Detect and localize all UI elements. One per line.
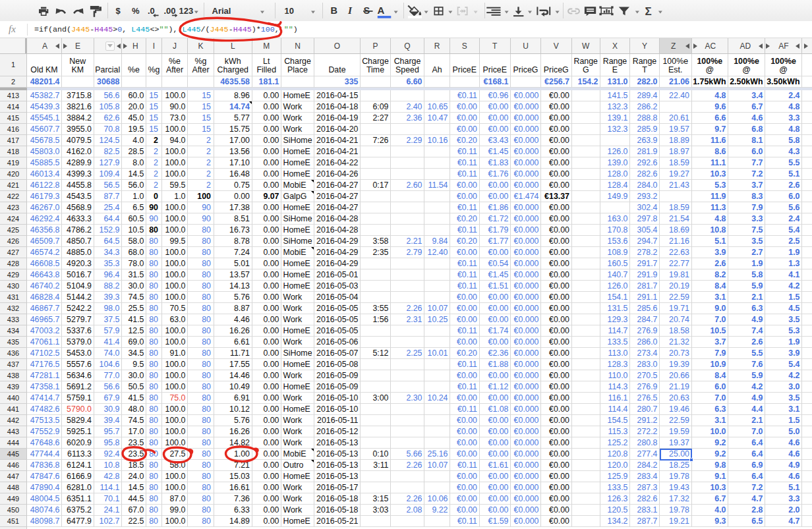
- svg-text:.00: .00: [164, 6, 176, 16]
- svg-text:123: 123: [179, 6, 194, 16]
- svg-text:.0: .0: [148, 6, 155, 16]
- svg-text:%: %: [132, 6, 140, 16]
- svg-text:A: A: [378, 5, 385, 16]
- svg-text:I: I: [347, 5, 353, 16]
- svg-text:$: $: [116, 6, 121, 16]
- svg-text:10: 10: [285, 6, 294, 16]
- svg-text:B: B: [331, 5, 337, 16]
- svg-text:Arial: Arial: [212, 6, 231, 16]
- svg-text:Σ: Σ: [645, 5, 652, 18]
